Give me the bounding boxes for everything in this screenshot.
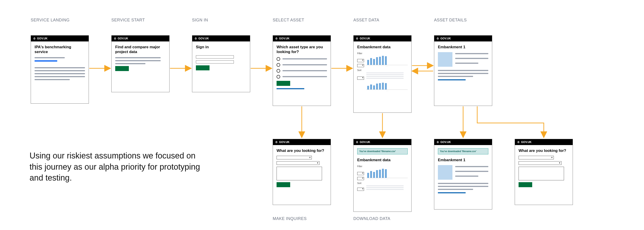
govuk-header: ♔ GOV.UK (354, 139, 411, 145)
mini-bar-chart (366, 168, 408, 178)
card-asset-data: ♔ GOV.UK Embankment data Filter · · (353, 35, 412, 113)
page-title: IPA's benchmarking service (34, 45, 85, 54)
text-placeholder (34, 76, 85, 77)
crown-icon: ♔ (436, 37, 439, 40)
text-placeholder (455, 166, 488, 167)
govuk-header: ♔ GOV.UK (273, 36, 331, 41)
link-placeholder[interactable] (438, 192, 466, 193)
govuk-header: ♔ GOV.UK (273, 139, 331, 145)
stage-label-inquires-2: MAKE INQUIRES (273, 216, 307, 221)
crown-icon: ♔ (33, 37, 36, 40)
crown-icon: ♔ (275, 141, 278, 144)
stage-label-start: SERVICE START (111, 18, 145, 23)
govuk-logo-text: GOV.UK (37, 37, 48, 40)
stage-label-details: ASSET DETAILS (434, 18, 467, 23)
text-placeholder (115, 57, 161, 58)
text-placeholder (438, 189, 473, 190)
submit-button[interactable] (276, 182, 290, 187)
password-field[interactable] (196, 60, 234, 64)
page-title: Embankment 1 (438, 158, 488, 162)
govuk-header: ♔ GOV.UK (192, 36, 250, 41)
page-title: Sign in (196, 45, 246, 49)
select-input[interactable] (276, 161, 320, 165)
page-title: Which asset type are you looking for? (276, 45, 327, 54)
crown-icon: ♔ (356, 141, 358, 144)
page-title: Embankment data (357, 45, 408, 49)
stage-label-select: SELECT ASSET (273, 18, 304, 23)
govuk-logo-text: GOV.UK (118, 37, 128, 40)
text-placeholder (34, 73, 85, 74)
radio-option[interactable] (276, 57, 327, 61)
sort-select[interactable] (357, 188, 364, 191)
sort-label: Sort (357, 69, 364, 71)
filter-select[interactable] (357, 64, 364, 67)
radio-icon (276, 75, 280, 79)
card-asset-details-downloaded: ♔ GOV.UK You've downloaded 'filename.csv… (434, 139, 492, 209)
govuk-logo-text: GOV.UK (440, 141, 451, 144)
select-input[interactable] (276, 156, 312, 159)
card-make-inquires-1: ♔ GOV.UK What are you looking for? (273, 139, 331, 205)
filter-select[interactable] (357, 177, 364, 180)
govuk-header: ♔ GOV.UK (515, 139, 573, 145)
journey-description: Using our riskiest assumptions we focuse… (30, 150, 202, 184)
card-asset-details: ♔ GOV.UK Embankment 1 (434, 35, 492, 106)
govuk-header: ♔ GOV.UK (434, 139, 492, 145)
link-placeholder[interactable] (276, 88, 304, 89)
textarea-input[interactable] (518, 167, 564, 180)
stage-label-download-2: DOWNLOAD DATA (353, 216, 390, 221)
select-input[interactable] (518, 161, 562, 165)
link-placeholder[interactable] (438, 79, 466, 80)
chart-axis-label: · · · (366, 179, 408, 180)
govuk-logo-text: GOV.UK (198, 37, 209, 40)
download-notification: You've downloaded 'filename.csv' (438, 148, 488, 154)
continue-button[interactable] (276, 81, 290, 86)
govuk-header: ♔ GOV.UK (112, 36, 169, 41)
page-title: Embankment 1 (438, 45, 488, 49)
page-title: What are you looking for? (518, 148, 569, 153)
text-placeholder (34, 79, 70, 80)
card-download-data: ♔ GOV.UK You've downloaded 'filename.csv… (353, 139, 412, 212)
text-placeholder (34, 67, 85, 68)
crown-icon: ♔ (517, 141, 520, 144)
page-title: Embankment data (357, 158, 408, 162)
text-placeholder (115, 60, 161, 61)
govuk-logo-text: GOV.UK (360, 37, 370, 40)
radio-option[interactable] (276, 63, 327, 67)
mini-table (366, 184, 408, 191)
filter-label: Filter (357, 52, 364, 55)
govuk-header: ♔ GOV.UK (31, 36, 88, 41)
govuk-logo-text: GOV.UK (279, 141, 290, 144)
sort-select[interactable] (357, 76, 364, 80)
text-placeholder (455, 63, 478, 64)
crown-icon: ♔ (114, 37, 116, 40)
textarea-input[interactable] (276, 167, 322, 180)
card-select-asset: ♔ GOV.UK Which asset type are you lookin… (273, 35, 331, 106)
text-placeholder (438, 186, 488, 187)
radio-option[interactable] (276, 75, 327, 79)
text-placeholder (438, 73, 488, 74)
card-make-inquires-2: ♔ GOV.UK What are you looking for? (515, 139, 573, 205)
select-input[interactable] (518, 156, 554, 159)
radio-option[interactable] (276, 69, 327, 73)
start-button[interactable] (115, 66, 129, 71)
chart-axis-label: · · · (366, 66, 408, 67)
cta-placeholder[interactable] (34, 60, 57, 62)
filter-select[interactable] (357, 172, 364, 175)
filter-select[interactable] (357, 59, 364, 62)
card-service-landing: ♔ GOV.UK IPA's benchmarking service (31, 35, 89, 104)
govuk-logo-text: GOV.UK (440, 37, 451, 40)
thumbnail-image (438, 52, 452, 67)
mini-bar-chart (366, 81, 408, 90)
mini-bar-chart (366, 55, 408, 65)
signin-button[interactable] (196, 65, 210, 70)
text-placeholder (115, 63, 146, 64)
stage-label-data: ASSET DATA (353, 18, 379, 23)
text-placeholder (438, 70, 488, 71)
submit-button[interactable] (518, 182, 532, 187)
stage-label-signin: SIGN IN (192, 18, 208, 23)
mini-table (366, 71, 408, 80)
text-placeholder (455, 171, 488, 172)
stage-label-landing: SERVICE LANDING (31, 18, 70, 23)
govuk-header: ♔ GOV.UK (434, 36, 492, 41)
username-field[interactable] (196, 55, 234, 59)
